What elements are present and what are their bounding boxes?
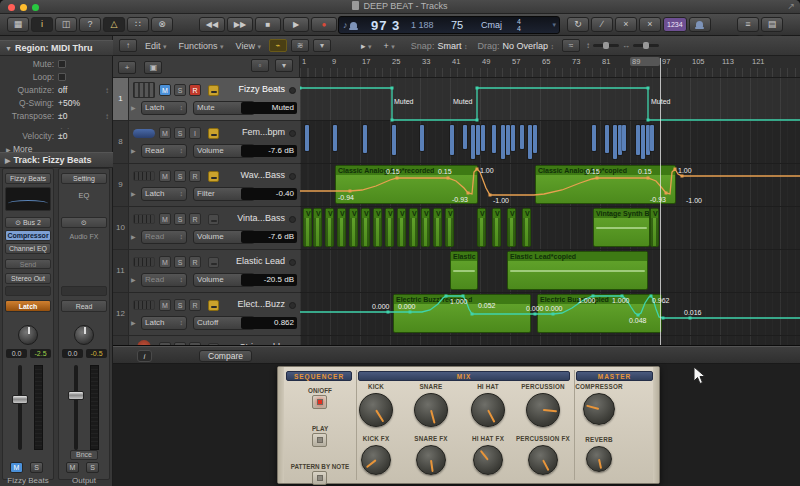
automation-mode-button[interactable]: Latch↕: [141, 101, 187, 115]
midi-region[interactable]: Elastic L: [450, 251, 478, 290]
automation-enable-icon[interactable]: [208, 257, 219, 268]
track-solo-button[interactable]: S: [174, 170, 186, 182]
disclosure-triangle-icon[interactable]: ▶: [131, 104, 136, 111]
track-input-monitor-button[interactable]: I: [189, 127, 201, 139]
automation-enable-icon[interactable]: [208, 300, 219, 311]
midi-region[interactable]: V: [361, 208, 370, 247]
inspector-icon[interactable]: i: [31, 17, 53, 32]
track-mute-button[interactable]: M: [159, 256, 171, 268]
automation-node[interactable]: [447, 177, 450, 180]
automation-mode-slot[interactable]: Read: [61, 300, 107, 312]
snare-fx-knob[interactable]: [416, 445, 446, 475]
reverb-knob[interactable]: [586, 446, 612, 472]
pan-knob[interactable]: [18, 325, 38, 345]
track-header[interactable]: 12MSRElect...Buzz▶Latch↕Cutoff↕0.862: [113, 293, 300, 336]
eq-thumbnail[interactable]: [5, 187, 51, 211]
automation-node[interactable]: [476, 168, 479, 171]
automation-mode-button[interactable]: Read↕: [141, 230, 187, 244]
gain-readout[interactable]: -2.5: [30, 349, 51, 358]
automation-node[interactable]: [396, 177, 399, 180]
strip-name-slot[interactable]: Fizzy Beats: [5, 173, 51, 184]
horizontal-zoom-slider[interactable]: [633, 44, 659, 47]
disclosure-triangle-icon[interactable]: ▶: [131, 147, 136, 154]
track-solo-button[interactable]: S: [174, 84, 186, 96]
track-header[interactable]: 10MSRVinta...Bass▶Read↕Volume↕-7.6 dB: [113, 207, 300, 250]
automation-node[interactable]: [665, 192, 668, 195]
mute-checkbox[interactable]: [58, 60, 66, 68]
automation-enable-icon[interactable]: [208, 128, 219, 139]
automation-view-icon[interactable]: ⌁: [269, 39, 287, 52]
play-button[interactable]: ▶: [283, 17, 309, 32]
playhead[interactable]: [660, 58, 661, 345]
quantize-value[interactable]: off: [58, 84, 67, 97]
insert-channel-eq-slot[interactable]: Channel EQ: [5, 243, 51, 254]
percussion-fx-knob[interactable]: [528, 445, 558, 475]
list-editors-icon[interactable]: ≡: [737, 17, 759, 32]
midi-region[interactable]: V: [433, 208, 442, 247]
automation-mode-button[interactable]: Read↕: [141, 144, 187, 158]
midi-region[interactable]: V: [325, 208, 334, 247]
edit-menu[interactable]: Edit ▾: [145, 41, 167, 51]
pan-readout[interactable]: 0.0: [6, 349, 27, 358]
automation-node[interactable]: [674, 168, 677, 171]
automation-node[interactable]: [391, 87, 394, 90]
track-lane[interactable]: Elastic LElastic Lead*copied: [300, 250, 800, 293]
cycle-icon[interactable]: ↻: [567, 17, 589, 32]
midi-region[interactable]: Elastic Lead*copied: [507, 251, 648, 290]
waveform-zoom-icon[interactable]: ≈: [562, 39, 580, 52]
track-record-button[interactable]: R: [189, 213, 201, 225]
percussion-knob[interactable]: [526, 393, 560, 427]
lcd-menu-caret-icon[interactable]: ▾: [552, 17, 556, 33]
fullscreen-icon[interactable]: ↗: [787, 1, 795, 11]
track-mute-button[interactable]: M: [159, 84, 171, 96]
automation-node[interactable]: [349, 190, 352, 193]
snap-menu[interactable]: Smart ↕: [437, 41, 467, 51]
fader-track[interactable]: [74, 365, 78, 450]
automation-curve[interactable]: -0.940.150.15-0.931.00-1.000.150.15-0.93…: [300, 164, 800, 211]
send-slot[interactable]: Send: [5, 259, 51, 269]
track-power-led[interactable]: [289, 259, 296, 266]
track-record-button[interactable]: R: [189, 299, 201, 311]
region-inspector-header[interactable]: ▼Region: MIDI Thru: [0, 40, 113, 56]
track-solo-button[interactable]: S: [174, 299, 186, 311]
midi-region[interactable]: V: [373, 208, 382, 247]
track-solo-button[interactable]: S: [174, 213, 186, 225]
quick-help-icon[interactable]: ?: [79, 17, 101, 32]
automation-curve[interactable]: MutedMutedMuted: [300, 78, 800, 125]
arrange-area[interactable]: MutedMutedMutedClassic Analog Arp*record…: [300, 78, 800, 345]
strip-solo-button[interactable]: S: [86, 462, 99, 473]
record-button[interactable]: ●: [311, 17, 337, 32]
midi-region[interactable]: V: [522, 208, 531, 247]
automation-node[interactable]: [467, 192, 470, 195]
pattern-by-note-button[interactable]: [312, 471, 327, 485]
view-menu[interactable]: View ▾: [236, 41, 261, 51]
gain-reduction-slot[interactable]: ⊙: [61, 217, 107, 228]
track-lane[interactable]: Electric Buzz*recordedElectric Buzz*copi…: [300, 293, 800, 336]
hi-hat-knob[interactable]: [471, 393, 505, 427]
velocity-value[interactable]: ±0: [58, 130, 67, 143]
automation-mode-button[interactable]: Latch↕: [141, 187, 187, 201]
track-header[interactable]: 9MSRWav...Bass▶Latch↕Filter↕-0.40: [113, 164, 300, 207]
track-mute-button[interactable]: M: [159, 213, 171, 225]
on-off-button[interactable]: [312, 395, 327, 409]
automation-node[interactable]: [445, 295, 448, 298]
pencil-icon[interactable]: ∕: [591, 17, 613, 32]
automation-node[interactable]: [300, 87, 302, 90]
midi-region[interactable]: V: [313, 208, 322, 247]
track-header[interactable]: 1MSRFizzy Beats▶Latch↕Mute↕Muted: [113, 78, 300, 121]
play-button[interactable]: [312, 433, 327, 447]
automation-enable-icon[interactable]: [208, 171, 219, 182]
forward-button[interactable]: ▶▶: [227, 17, 253, 32]
midi-region[interactable]: V: [385, 208, 394, 247]
compare-button[interactable]: Compare: [199, 350, 252, 362]
lcd-display[interactable]: ♪ 97 3 1 188 75 Cmaj 44 ▾: [338, 16, 560, 34]
track-mute-button[interactable]: M: [159, 299, 171, 311]
automation-mode-slot[interactable]: Latch: [5, 300, 51, 312]
command-tool-menu[interactable]: + ▾: [384, 41, 395, 51]
track-solo-button[interactable]: S: [174, 256, 186, 268]
stepper-icon[interactable]: ↕: [105, 84, 109, 97]
track-header-config-icon[interactable]: ▾: [275, 59, 293, 72]
track-solo-button[interactable]: S: [174, 127, 186, 139]
track-lane[interactable]: [300, 336, 800, 345]
autopunch-toggle-icon[interactable]: ×: [639, 17, 661, 32]
